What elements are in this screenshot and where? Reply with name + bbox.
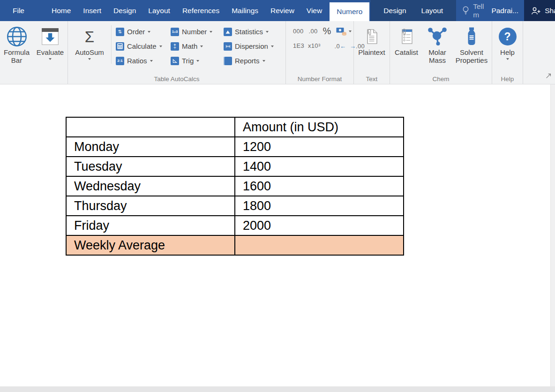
- status-bar: [0, 386, 555, 392]
- trig-label: Trig: [182, 57, 194, 65]
- triangle-icon: [171, 57, 179, 65]
- ribbon-group-text: Plaintext Text: [354, 21, 390, 84]
- calculator-icon: [116, 42, 124, 51]
- sci-1e3-button[interactable]: 1E3: [293, 42, 304, 49]
- chevron-down-icon: [349, 30, 352, 32]
- ribbon-filler: [523, 21, 555, 84]
- table-cell-day[interactable]: Friday: [66, 216, 235, 235]
- user-account[interactable]: Padrai...: [486, 0, 524, 21]
- tab-view[interactable]: View: [300, 0, 328, 21]
- catalist-button[interactable]: Catalist: [390, 24, 423, 56]
- tell-me-box[interactable]: Tell m: [456, 0, 486, 21]
- share-button[interactable]: Share: [524, 0, 555, 21]
- tab-references[interactable]: References: [176, 0, 225, 21]
- order-label: Order: [127, 28, 145, 36]
- report-book-icon: [224, 57, 232, 65]
- thousands-format-button[interactable]: 000: [293, 28, 304, 35]
- chevron-down-icon: [49, 58, 52, 60]
- chevron-down-icon: [88, 58, 91, 60]
- calculate-menu-button[interactable]: Calculate: [112, 39, 166, 53]
- tab-mailings[interactable]: Mailings: [225, 0, 264, 21]
- table-cell-day[interactable]: Monday: [66, 137, 235, 157]
- digits-icon: 1₂3: [171, 28, 179, 36]
- reports-menu-button[interactable]: Reports: [219, 53, 285, 68]
- decrease-decimal-button[interactable]: .0←: [335, 42, 346, 50]
- document-table: Amount (in USD) Monday 1200 Tuesday 1400…: [66, 117, 404, 256]
- ratios-menu-button[interactable]: 2:1 Ratios: [112, 53, 166, 68]
- lightbulb-icon: [462, 6, 470, 16]
- plaintext-button[interactable]: Plaintext: [354, 24, 390, 56]
- percent-format-button[interactable]: %: [323, 26, 331, 37]
- tab-home[interactable]: Home: [45, 0, 77, 21]
- help-question-icon: ?: [499, 25, 517, 48]
- globe-icon: [6, 25, 28, 48]
- help-button[interactable]: ? Help: [494, 24, 522, 60]
- group-label-table-autocalcs: Table AutoCalcs: [68, 75, 285, 83]
- table-cell-value[interactable]: 1200: [235, 137, 404, 157]
- table-row-tuesday: Tuesday 1400: [66, 157, 404, 176]
- trig-menu-button[interactable]: Trig: [166, 53, 219, 68]
- chevron-down-icon: [150, 60, 153, 62]
- table-row-wednesday: Wednesday 1600: [66, 176, 404, 196]
- ribbon-group-help: ? Help Help: [492, 21, 523, 84]
- ribbon-group-number-format: 000 .00 % 1E3 x10: [286, 21, 354, 84]
- ratio-icon: 2:1: [116, 57, 124, 65]
- chevron-down-icon: [200, 45, 203, 47]
- table-row-weekly-average: Weekly Average: [66, 235, 404, 255]
- tab-design[interactable]: Design: [107, 0, 142, 21]
- solvent-properties-button[interactable]: Solvent Properties: [452, 24, 491, 64]
- autosum-button[interactable]: Σ AutoSum: [68, 24, 111, 60]
- math-menu-button[interactable]: +÷ Math: [166, 39, 219, 53]
- table-cell-empty-header[interactable]: [66, 117, 235, 137]
- help-label: Help: [500, 48, 515, 56]
- menu-bar: File Home Insert Design Layout Reference…: [0, 0, 555, 21]
- decimals-format-button[interactable]: .00: [309, 28, 318, 35]
- vertical-scrollbar[interactable]: [550, 84, 555, 386]
- calculate-label: Calculate: [127, 42, 157, 50]
- math-label: Math: [182, 42, 197, 50]
- catalist-label: Catalist: [395, 48, 418, 56]
- group-label-chem: Chem: [390, 75, 492, 83]
- tab-review[interactable]: Review: [264, 0, 300, 21]
- ribbon-group-formula: Formula Bar Evaluate: [0, 21, 68, 84]
- evaluate-window-icon: [40, 25, 60, 48]
- tab-layout[interactable]: Layout: [142, 0, 176, 21]
- formula-bar-button[interactable]: Formula Bar: [0, 24, 33, 64]
- statistics-menu-button[interactable]: Statistics: [219, 24, 285, 39]
- molar-mass-label: Molar Mass: [423, 48, 452, 64]
- group-label-number-format: Number Format: [286, 75, 353, 83]
- tab-numero[interactable]: Numero: [330, 2, 369, 21]
- chevron-down-icon: [266, 31, 269, 33]
- table-cell-value[interactable]: [235, 235, 404, 255]
- dispersion-menu-button[interactable]: Dispersion: [219, 39, 285, 53]
- table-cell-value[interactable]: 1400: [235, 157, 404, 176]
- table-cell-value[interactable]: 1600: [235, 176, 404, 196]
- table-cell-day[interactable]: Weekly Average: [66, 235, 235, 255]
- number-label: Number: [182, 28, 207, 36]
- chevron-down-icon: [148, 31, 150, 33]
- chevron-down-icon: [159, 45, 162, 47]
- evaluate-button[interactable]: Evaluate: [33, 24, 67, 60]
- sci-x10-button[interactable]: x10³: [308, 42, 321, 49]
- table-cell-value[interactable]: 2000: [235, 216, 404, 235]
- table-cell-day[interactable]: Tuesday: [66, 157, 235, 176]
- tab-design-contextual[interactable]: Design: [376, 0, 413, 21]
- order-menu-button[interactable]: ⇅ Order: [112, 24, 166, 39]
- resize-diagonal-icon[interactable]: [545, 73, 552, 79]
- molar-mass-button[interactable]: Molar Mass: [423, 24, 452, 64]
- table-header-row: Amount (in USD): [66, 117, 404, 137]
- document-canvas[interactable]: Amount (in USD) Monday 1200 Tuesday 1400…: [0, 84, 551, 386]
- tab-layout-contextual[interactable]: Layout: [414, 0, 451, 21]
- tab-insert[interactable]: Insert: [77, 0, 107, 21]
- ratios-label: Ratios: [127, 57, 147, 65]
- table-cell-day[interactable]: Thursday: [66, 196, 235, 216]
- chevron-down-icon: [196, 60, 199, 62]
- currency-format-button[interactable]: [336, 27, 352, 36]
- chevron-down-icon: [506, 58, 509, 60]
- table-cell-amount-header[interactable]: Amount (in USD): [235, 117, 404, 137]
- number-menu-button[interactable]: 1₂3 Number: [166, 24, 219, 39]
- tab-file[interactable]: File: [7, 0, 30, 21]
- table-cell-day[interactable]: Wednesday: [66, 176, 235, 196]
- table-cell-value[interactable]: 1800: [235, 196, 404, 216]
- ribbon-group-table-autocalcs: Σ AutoSum ⇅ Order: [68, 21, 286, 84]
